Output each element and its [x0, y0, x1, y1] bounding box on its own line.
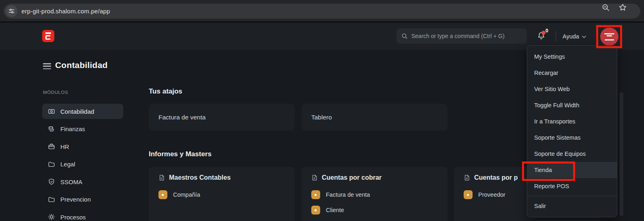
card-item-label: Proveedor	[478, 191, 505, 198]
help-label: Ayuda	[563, 33, 579, 40]
address-bar[interactable]: erp-git-prod.shalom.com.pe/app	[4, 4, 640, 19]
document-icon	[464, 174, 470, 181]
sidebar-section-label: MÓDULOS	[43, 90, 68, 95]
card-item-label: Cliente	[326, 207, 344, 213]
url-text[interactable]: erp-git-prod.shalom.com.pe/app	[21, 4, 110, 19]
site-settings-button[interactable]	[6, 5, 17, 17]
sidebar-item-procesos[interactable]: Procesos	[42, 209, 123, 221]
site-settings-icon	[8, 8, 15, 15]
sidebar-item-legal[interactable]: Legal	[42, 157, 123, 172]
notification-count: 0	[546, 28, 548, 34]
sidebar-item-label: Finanzas	[60, 125, 85, 132]
card-title: Maestros Contables	[169, 174, 231, 181]
briefcase-icon	[48, 143, 55, 150]
menu-item-my-settings[interactable]: My Settings	[527, 49, 617, 65]
link-compania[interactable]: Compañía	[158, 190, 285, 199]
shortcuts-heading: Tus atajos	[149, 87, 182, 96]
sidebar-item-label: Contabilidad	[60, 108, 94, 115]
erpnext-logo[interactable]	[42, 30, 54, 42]
workspace-title: Contabilidad	[55, 60, 108, 70]
app-screen: erp-git-prod.shalom.com.pe/app 0	[0, 0, 644, 221]
annotation-box-avatar	[596, 25, 622, 48]
doctype-badge-icon	[464, 190, 473, 199]
doctype-badge-icon	[311, 190, 320, 199]
gear-icon	[48, 213, 55, 221]
doctype-badge-icon	[311, 206, 320, 215]
card-cuentas-por-cobrar: Cuentas por cobrar Factura de venta Clie…	[302, 167, 447, 221]
shortcut-factura-de-venta[interactable]: Factura de venta	[149, 104, 295, 131]
menu-item-soporte-de-equipos[interactable]: Soporte de Equipos	[527, 146, 617, 162]
notifications-button[interactable]: 0	[536, 29, 552, 45]
search-icon	[401, 33, 408, 39]
sidebar-toggle-icon[interactable]	[43, 63, 51, 69]
card-maestros-contables: Maestros Contables Compañía	[149, 167, 295, 221]
zoom-out-icon[interactable]	[601, 3, 610, 12]
sidebar-item-contabilidad[interactable]: Contabilidad	[42, 104, 123, 119]
sidebar-nav: Contabilidad Finanzas HR Legal SSOMA	[42, 104, 123, 221]
navbar-divider	[556, 31, 556, 42]
sidebar-item-label: Legal	[60, 161, 75, 168]
bookmark-star-icon[interactable]	[618, 3, 627, 12]
shortcut-label: Tablero	[311, 114, 332, 121]
menu-divider	[527, 196, 617, 196]
doctype-badge-icon	[158, 190, 167, 199]
logo-glyph	[45, 32, 51, 34]
search-input[interactable]	[411, 33, 522, 39]
cash-icon	[48, 108, 55, 115]
sidebar-item-label: Prevencion	[60, 196, 91, 203]
chevron-down-icon	[582, 36, 586, 38]
sidebar-item-prevencion[interactable]: Prevencion	[42, 192, 123, 207]
sidebar-item-label: Procesos	[60, 214, 86, 221]
sidebar-item-hr[interactable]: HR	[42, 139, 123, 154]
link-cliente[interactable]: Cliente	[311, 206, 438, 215]
menu-item-toggle-full-width[interactable]: Toggle Full Width	[527, 97, 617, 113]
user-dropdown-menu: My Settings Recargar Ver Sitio Web Toggl…	[527, 45, 617, 217]
menu-item-salir[interactable]: Salir	[527, 198, 617, 214]
annotation-box-tienda	[522, 162, 575, 181]
global-search[interactable]	[396, 28, 527, 44]
menu-item-soporte-sistemas[interactable]: Soporte Sistemas	[527, 130, 617, 146]
folder-icon	[48, 161, 55, 168]
document-icon	[158, 174, 165, 181]
card-item-label: Factura de venta	[326, 191, 370, 198]
link-factura-de-venta[interactable]: Factura de venta	[311, 190, 438, 199]
folder-icon	[48, 196, 55, 203]
sidebar-item-label: HR	[60, 143, 69, 150]
menu-item-ir-a-transportes[interactable]: Ir a Transportes	[527, 113, 617, 130]
page-scrollbar[interactable]	[620, 92, 623, 216]
card-title: Cuentas por cobrar	[322, 174, 382, 181]
masters-heading: Informes y Masters	[149, 150, 212, 158]
browser-toolbar: erp-git-prod.shalom.com.pe/app	[0, 0, 644, 22]
document-icon	[311, 174, 318, 181]
shortcut-tablero[interactable]: Tablero	[302, 104, 447, 131]
shield-check-icon	[48, 178, 55, 185]
card-title: Cuentas por p	[474, 174, 518, 181]
sidebar-item-ssoma[interactable]: SSOMA	[42, 174, 123, 189]
notification-dot	[541, 31, 546, 35]
menu-item-ver-sitio-web[interactable]: Ver Sitio Web	[527, 81, 617, 97]
coins-icon	[48, 125, 55, 133]
menu-item-recargar[interactable]: Recargar	[527, 65, 617, 81]
card-item-label: Compañía	[173, 191, 200, 198]
sidebar-item-label: SSOMA	[60, 178, 82, 185]
shortcut-label: Factura de venta	[158, 114, 205, 121]
sidebar-item-finanzas[interactable]: Finanzas	[42, 121, 123, 137]
